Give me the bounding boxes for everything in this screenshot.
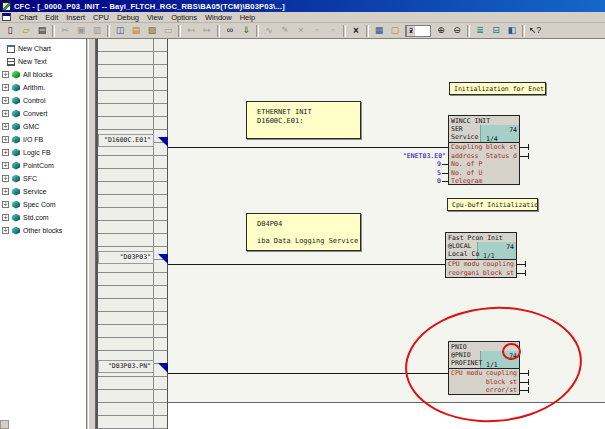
menu-edit[interactable]: Edit — [41, 13, 62, 22]
signal-trace-button[interactable]: ∿ — [261, 24, 277, 37]
block-comment: Fast Pcon Init — [448, 234, 516, 242]
run-sequence-button[interactable]: ▦ — [371, 24, 387, 37]
zoom-in-button[interactable]: ⊕ — [433, 24, 449, 37]
comment-box-ethernet-init[interactable]: ETHERNET INIT D1600C.E01: — [246, 101, 361, 139]
sheet-bar-connection-1[interactable]: "D1600C.E01" — [98, 134, 154, 147]
expand-icon[interactable]: + — [2, 71, 9, 78]
jump-back-button[interactable]: ↤ — [183, 24, 199, 37]
write-values-button[interactable]: ✎ — [277, 24, 293, 37]
menu-window[interactable]: Window — [201, 13, 236, 22]
expand-icon[interactable]: + — [2, 227, 9, 234]
cancel-action-button[interactable]: × — [293, 24, 309, 37]
sidebar-item-convert[interactable]: + Convert — [0, 107, 86, 120]
expand-icon[interactable]: + — [2, 97, 9, 104]
input-pin[interactable]: No. of P — [451, 160, 482, 168]
zoom-out-button[interactable]: ⊖ — [449, 24, 465, 37]
function-block-wincc-init[interactable]: WINCC INIT SER Service 74 1/4 Couplingbl… — [448, 115, 520, 185]
sidebar-item-service[interactable]: + Service — [0, 185, 86, 198]
connection-value-telegram[interactable]: 0 — [421, 177, 441, 185]
comment-line: ETHERNET INIT — [247, 108, 360, 117]
expand-icon[interactable]: + — [2, 136, 9, 143]
expand-icon[interactable]: + — [2, 84, 9, 91]
paste-button[interactable]: ▥ — [89, 24, 105, 37]
connection-value-address[interactable]: "ENET03.E0" — [376, 152, 446, 160]
sidebar-item-io-fb[interactable]: + I/O FB — [0, 133, 86, 146]
sidebar-item-label: Convert — [23, 110, 48, 117]
sidebar-item-all-blocks[interactable]: + All blocks — [0, 68, 86, 81]
input-pin[interactable]: Telegram — [451, 177, 482, 185]
output-pin[interactable]: coupling — [483, 260, 514, 268]
layout-collapse-button[interactable]: ⊟ — [488, 24, 504, 37]
interconnection-button[interactable]: ▭ — [160, 24, 176, 37]
window-b-button[interactable]: ▫ — [325, 24, 341, 37]
new-chart-button[interactable]: ▯ — [2, 24, 18, 37]
panel-splitter[interactable] — [88, 39, 96, 429]
help-button[interactable]: ↖? — [527, 24, 543, 37]
menu-cpu[interactable]: CPU — [89, 13, 113, 22]
sidebar-item-new-text[interactable]: New Text — [0, 55, 86, 68]
sidebar-item-spec-com[interactable]: + Spec Com — [0, 198, 86, 211]
layout-window-button[interactable]: ◧ — [504, 24, 520, 37]
menu-view[interactable]: View — [143, 13, 167, 22]
comment-line: Initialization for Enet — [450, 85, 545, 94]
input-pin[interactable]: No. of U — [451, 169, 482, 177]
find-button[interactable]: ∞ — [222, 24, 238, 37]
download-button[interactable]: ⇓ — [238, 24, 254, 37]
expand-icon[interactable]: + — [2, 175, 9, 182]
expand-icon[interactable]: + — [2, 123, 9, 130]
sheet-view-button[interactable]: ▤ — [128, 24, 144, 37]
sidebar-item-arithm[interactable]: + Arithm. — [0, 81, 86, 94]
sidebar-item-other-blocks[interactable]: + Other blocks — [0, 224, 86, 237]
window-a-button[interactable]: ▫ — [309, 24, 325, 37]
expand-icon[interactable]: + — [2, 214, 9, 221]
jump-forward-button[interactable]: ↦ — [199, 24, 215, 37]
expand-icon[interactable]: + — [2, 162, 9, 169]
menu-chart[interactable]: Chart — [15, 13, 41, 22]
chart-window-icon[interactable] — [2, 13, 11, 21]
comment-box-iba-logging[interactable]: D04P04 iba Data Logging Service — [246, 213, 361, 251]
menu-options[interactable]: Options — [167, 13, 201, 22]
block-catalog-button[interactable]: ▨ — [144, 24, 160, 37]
single-sheet-button[interactable]: ▢ — [387, 24, 403, 37]
function-block-local-co[interactable]: Fast Pcon Init @LOCAL Local Co 74 1/1 CP… — [445, 232, 517, 278]
expand-icon[interactable]: + — [2, 201, 9, 208]
menu-help[interactable]: Help — [236, 13, 259, 22]
sidebar-item-logic-fb[interactable]: + Logic FB — [0, 146, 86, 159]
cut-button[interactable]: ✂ — [57, 24, 73, 37]
sidebar-item-control[interactable]: + Control — [0, 94, 86, 107]
menu-insert[interactable]: Insert — [62, 13, 89, 22]
sidebar-item-sfc[interactable]: + SFC — [0, 172, 86, 185]
input-pin[interactable]: address — [451, 152, 478, 160]
connection-line[interactable] — [168, 147, 448, 148]
sidebar-item-pointcom[interactable]: + PointCom — [0, 159, 86, 172]
chart-overview-button[interactable]: ◫ — [112, 24, 128, 37]
open-button[interactable]: ▱ — [18, 24, 34, 37]
expand-icon[interactable]: + — [2, 188, 9, 195]
connection-line[interactable] — [168, 264, 445, 265]
sidebar-item-label: GMC — [23, 123, 39, 130]
expand-icon[interactable]: + — [2, 149, 9, 156]
block-family-icon — [12, 201, 20, 209]
expand-icon[interactable]: + — [2, 110, 9, 117]
input-pin[interactable]: Coupling — [451, 143, 482, 151]
copy-button[interactable]: ▣ — [73, 24, 89, 37]
menu-debug[interactable]: Debug — [113, 13, 143, 22]
input-pin[interactable]: CPU modu — [448, 260, 479, 268]
output-pin[interactable]: Status d — [486, 152, 517, 160]
sidebar-item-std-com[interactable]: + Std.com — [0, 211, 86, 224]
comment-box-cpu-buff[interactable]: Cpu-buff Initialization — [447, 198, 538, 211]
input-pin[interactable]: reorgani — [448, 269, 479, 277]
connection-value-no-of-u[interactable]: 5 — [421, 169, 441, 177]
output-pin[interactable]: block st — [483, 269, 514, 277]
print-button[interactable]: ▤ — [34, 24, 50, 37]
sheet-zoom-select[interactable]: 2 ▼ — [405, 25, 431, 37]
layout-stack-button[interactable]: ≣ — [472, 24, 488, 37]
output-pin[interactable]: block st — [486, 143, 517, 151]
sidebar-item-gmc[interactable]: + GMC — [0, 120, 86, 133]
sheet-bar-connection-3[interactable]: "D03P03.PN" — [98, 360, 154, 373]
sidebar-item-new-chart[interactable]: New Chart — [0, 42, 86, 55]
sheet-bar-connection-2[interactable]: "D03P03" — [98, 251, 154, 264]
connection-value-no-of-p[interactable]: 9 — [421, 160, 441, 168]
comment-box-enet-init[interactable]: Initialization for Enet — [449, 82, 546, 95]
delete-button[interactable]: × — [348, 24, 364, 37]
